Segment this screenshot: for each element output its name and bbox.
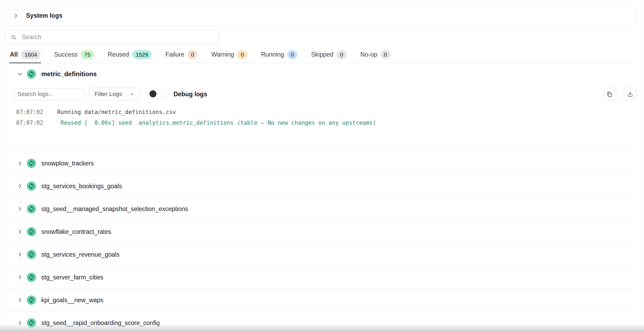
section-row-snowplow-trackers[interactable]: snowplow_trackers [4, 152, 635, 175]
tab-running[interactable]: Running 0 [261, 50, 298, 63]
section-title: metric_definitions [41, 70, 97, 78]
chevron-right-icon [17, 161, 23, 166]
reused-status-icon [27, 182, 36, 191]
chevron-right-icon [17, 297, 23, 303]
chevron-right-icon [17, 320, 23, 326]
toggle-knob [149, 90, 156, 97]
section-row-snowflake-contract-rates[interactable]: snowflake_contract_rates [4, 220, 635, 243]
section-title: stg_server_farm_cities [41, 274, 103, 281]
download-icon [627, 91, 634, 98]
log-message: Reused [ 0.06s] seed analytics.metric_de… [57, 117, 376, 128]
tab-all[interactable]: All 1604 [9, 50, 41, 63]
chevron-right-icon [17, 275, 23, 280]
copy-logs-button[interactable] [603, 88, 616, 101]
system-logs-label: System logs [26, 12, 63, 19]
section-title: kpi_goals__new_waps [41, 297, 103, 304]
run-logs-page: System logs All 1604 Success 75 Reused 1… [2, 0, 642, 332]
tab-no-op[interactable]: No-op 0 [360, 50, 391, 63]
tab-warning[interactable]: Warning 0 [211, 50, 248, 63]
log-line: 07:07:02 Reused [ 0.06s] seed analytics.… [4, 117, 635, 128]
section-row-metric-definitions[interactable]: metric_definitions [4, 65, 635, 83]
log-timestamp: 07:07:02 [16, 117, 43, 128]
section-title: stg_seed__rapid_onboarding_score_config [41, 319, 160, 327]
chevron-right-icon [17, 229, 23, 234]
chevron-right-icon [17, 206, 23, 212]
log-search-input[interactable] [13, 88, 84, 100]
section-title: snowplow_trackers [41, 160, 94, 167]
log-output: 07:07:02 Running data/metric_definitions… [4, 107, 635, 128]
log-toolbar: Filter Logs Debug logs [4, 86, 636, 102]
reused-status-icon [27, 318, 36, 327]
debug-logs-toggle[interactable] [148, 89, 166, 99]
system-logs-header[interactable]: System logs [5, 6, 637, 25]
chevron-down-icon [17, 71, 23, 77]
log-line: 07:07:02 Running data/metric_definitions… [4, 107, 635, 117]
count-badge: 0 [237, 50, 247, 59]
tab-success[interactable]: Success 75 [54, 50, 94, 63]
count-badge: 0 [287, 50, 298, 59]
count-badge: 1604 [21, 50, 41, 59]
count-badge: 0 [336, 50, 347, 59]
tab-failure[interactable]: Failure 0 [165, 50, 198, 63]
tab-skipped[interactable]: Skipped 0 [310, 50, 347, 63]
status-tabs: All 1604 Success 75 Reused 1529 Failure … [4, 51, 635, 63]
reused-status-icon [27, 227, 36, 236]
reused-status-icon [27, 296, 36, 305]
search-icon [10, 34, 17, 40]
section-title: stg_services_bookings_goals [41, 183, 122, 190]
reused-status-icon [27, 204, 36, 213]
count-badge: 0 [380, 50, 391, 59]
chevron-down-icon [130, 92, 134, 96]
section-row-stg-services-bookings-goals[interactable]: stg_services_bookings_goals [4, 175, 635, 197]
count-badge: 0 [188, 50, 198, 59]
node-rows: snowplow_trackers stg_services_bookings_… [4, 152, 635, 332]
section-title: stg_seed__managed_snapshot_selection_exc… [41, 205, 188, 213]
section-title: stg_services_revenue_goals [41, 251, 120, 258]
section-row-stg-seed-rapid-onboarding-score-config[interactable]: stg_seed__rapid_onboarding_score_config [4, 311, 635, 332]
section-row-kpi-goals-new-waps[interactable]: kpi_goals__new_waps [4, 289, 635, 311]
tab-reused[interactable]: Reused 1529 [107, 50, 152, 63]
count-badge: 75 [81, 50, 94, 59]
reused-status-icon [27, 159, 36, 168]
section-title: snowflake_contract_rates [41, 228, 111, 235]
search-input[interactable] [21, 32, 218, 43]
filter-logs-dropdown[interactable]: Filter Logs [89, 88, 139, 101]
log-message: Running data/metric_definitions.csv [57, 107, 176, 117]
copy-icon [606, 91, 613, 98]
search-bar [5, 30, 219, 44]
count-badge: 1529 [132, 50, 152, 59]
download-logs-button[interactable] [624, 88, 636, 101]
debug-logs-label: Debug logs [174, 91, 207, 98]
section-row-stg-server-farm-cities[interactable]: stg_server_farm_cities [4, 266, 635, 289]
chevron-right-icon [17, 183, 23, 189]
chevron-right-icon [13, 13, 19, 19]
reused-status-icon [27, 273, 36, 282]
chevron-right-icon [17, 252, 23, 257]
reused-status-icon [27, 69, 36, 79]
section-row-stg-services-revenue-goals[interactable]: stg_services_revenue_goals [4, 243, 635, 266]
log-timestamp: 07:07:02 [16, 107, 43, 117]
reused-status-icon [27, 250, 36, 259]
section-row-stg-seed-managed-snapshot-selection-exceptions[interactable]: stg_seed__managed_snapshot_selection_exc… [4, 197, 635, 220]
